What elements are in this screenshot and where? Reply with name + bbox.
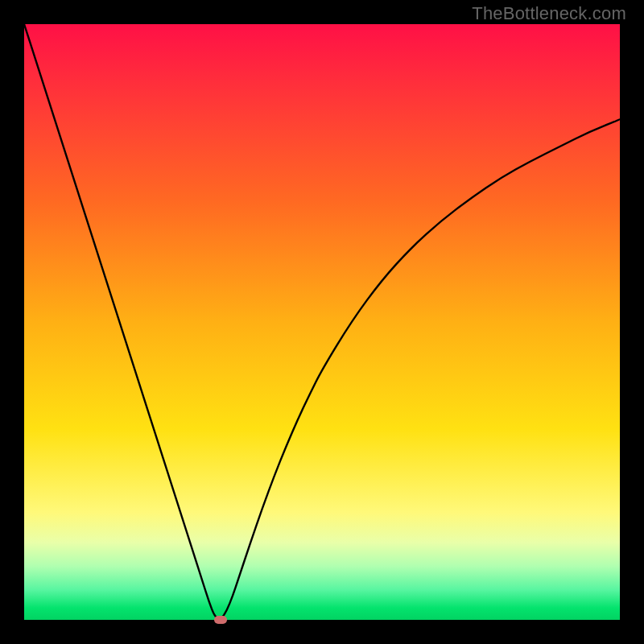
minimum-marker-icon — [214, 616, 227, 624]
plot-area — [24, 24, 620, 620]
watermark-text: TheBottleneck.com — [472, 3, 626, 24]
gradient-background — [24, 24, 620, 620]
chart-frame: TheBottleneck.com — [0, 0, 644, 644]
